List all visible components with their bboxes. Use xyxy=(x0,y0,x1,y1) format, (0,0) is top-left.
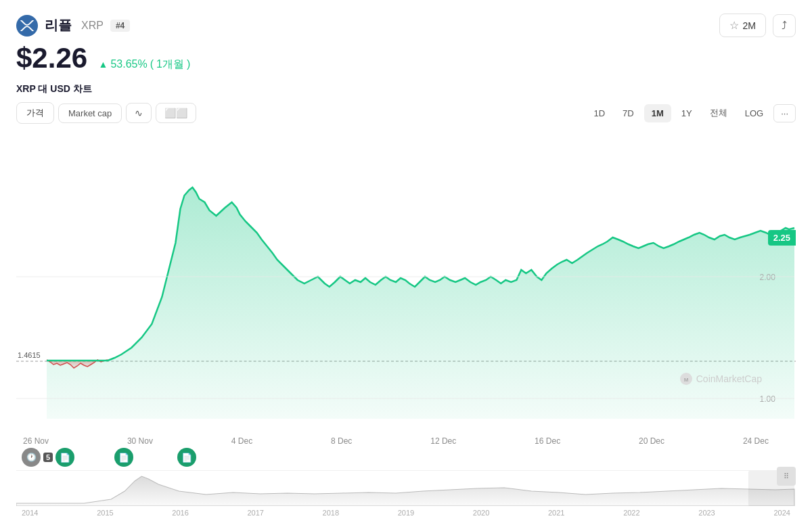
mini-x-2018: 2018 xyxy=(323,509,339,517)
scroll-indicator[interactable]: ⠿ xyxy=(777,467,796,486)
x-label-0: 26 Nov xyxy=(23,436,49,446)
cmc-logo-icon: M xyxy=(680,373,692,385)
more-options-button[interactable]: ··· xyxy=(773,104,796,122)
time-all-button[interactable]: 전체 xyxy=(702,103,735,123)
chart-svg: 1.4615 2.00 1.00 xyxy=(16,135,796,432)
coin-name: 리플 xyxy=(45,16,72,34)
minimap-x-axis: 2014 2015 2016 2017 2018 2019 2020 2021 … xyxy=(16,509,796,517)
coin-rank: #4 xyxy=(110,20,130,32)
mini-x-2015: 2015 xyxy=(97,509,113,517)
mini-x-2017: 2017 xyxy=(247,509,263,517)
clock-marker[interactable]: 🕐 xyxy=(22,448,41,467)
time-1y-button[interactable]: 1Y xyxy=(674,104,700,122)
watermark: M CoinMarketCap xyxy=(680,373,762,385)
time-1m-button[interactable]: 1M xyxy=(644,104,671,122)
xrp-logo xyxy=(16,15,38,37)
price-main: $2.26 xyxy=(16,42,87,74)
right-controls: 1D 7D 1M 1Y 전체 LOG ··· xyxy=(586,103,796,123)
tab-marketcap[interactable]: Market cap xyxy=(58,104,122,123)
time-7d-button[interactable]: 7D xyxy=(615,104,641,122)
current-price-badge: 2.25 xyxy=(768,230,796,246)
minimap-fill xyxy=(16,476,794,506)
chart-title: XRP 대 USD 차트 xyxy=(16,83,796,95)
x-label-6: 20 Dec xyxy=(639,436,664,446)
marker-group-3: 📄 xyxy=(177,448,196,467)
y-label-100: 1.00 xyxy=(760,394,776,404)
timeline-markers: 🕐 5 📄 📄 📄 xyxy=(16,446,796,470)
minimap-svg xyxy=(16,471,796,506)
marker-group-1: 🕐 5 📄 xyxy=(22,448,74,467)
event-marker-2[interactable]: 📄 xyxy=(114,448,133,467)
x-label-3: 8 Dec xyxy=(331,436,352,446)
watermark-text: CoinMarketCap xyxy=(696,373,762,384)
x-label-5: 16 Dec xyxy=(535,436,560,446)
x-label-7: 24 Dec xyxy=(743,436,769,446)
tab-price[interactable]: 가격 xyxy=(16,102,54,124)
mini-x-2021: 2021 xyxy=(548,509,564,517)
controls-row: 가격 Market cap ∿ ⬜⬜ 1D 7D 1M 1Y 전체 LOG ··… xyxy=(16,102,796,124)
main-chart: 1.4615 2.00 1.00 2.25 M CoinMarketCap xyxy=(16,135,796,432)
mini-x-2020: 2020 xyxy=(473,509,489,517)
marker-group-2: 📄 xyxy=(114,448,133,467)
chart-line-button[interactable]: ∿ xyxy=(126,103,152,123)
event-marker-1[interactable]: 📄 xyxy=(55,448,74,467)
x-axis: 26 Nov 30 Nov 4 Dec 8 Dec 12 Dec 16 Dec … xyxy=(16,432,769,446)
change-period: ( xyxy=(150,58,154,70)
mini-x-2022: 2022 xyxy=(623,509,639,517)
x-label-4: 12 Dec xyxy=(430,436,456,446)
star-icon: ☆ xyxy=(729,19,739,32)
mini-x-2016: 2016 xyxy=(172,509,188,517)
header-actions: ☆ 2M ⤴ xyxy=(719,14,796,37)
watchlist-count: 2M xyxy=(743,20,756,31)
share-icon: ⤴ xyxy=(782,20,787,31)
mini-x-2024: 2024 xyxy=(773,509,790,517)
price-change: ▲ 53.65% (1개월) xyxy=(99,58,191,72)
change-pct: 53.65% xyxy=(110,58,147,70)
mini-x-2023: 2023 xyxy=(698,509,715,517)
svg-text:M: M xyxy=(683,377,688,383)
time-1d-button[interactable]: 1D xyxy=(586,104,612,122)
coin-ticker: XRP xyxy=(81,20,104,32)
dashed-price-label: 1.4615 xyxy=(18,351,41,359)
left-controls: 가격 Market cap ∿ ⬜⬜ xyxy=(16,102,196,124)
coin-identity: 리플 XRP #4 xyxy=(16,15,130,37)
x-label-1: 30 Nov xyxy=(127,436,153,446)
share-button[interactable]: ⤴ xyxy=(773,14,796,37)
chart-candle-button[interactable]: ⬜⬜ xyxy=(156,103,196,123)
watchlist-button[interactable]: ☆ 2M xyxy=(719,14,766,37)
mini-x-2019: 2019 xyxy=(398,509,414,517)
y-label-200: 2.00 xyxy=(760,273,776,282)
mini-x-2014: 2014 xyxy=(22,509,38,517)
event-marker-3[interactable]: 📄 xyxy=(177,448,196,467)
x-label-2: 4 Dec xyxy=(231,436,252,446)
marker-count: 5 xyxy=(43,453,53,462)
svg-point-0 xyxy=(16,15,38,37)
price-section: $2.26 ▲ 53.65% (1개월) xyxy=(16,43,796,74)
minimap-area: 2014 2015 2016 2017 2018 2019 2020 2021 … xyxy=(16,470,796,519)
up-arrow-icon: ▲ xyxy=(99,59,108,70)
time-log-button[interactable]: LOG xyxy=(738,104,771,122)
